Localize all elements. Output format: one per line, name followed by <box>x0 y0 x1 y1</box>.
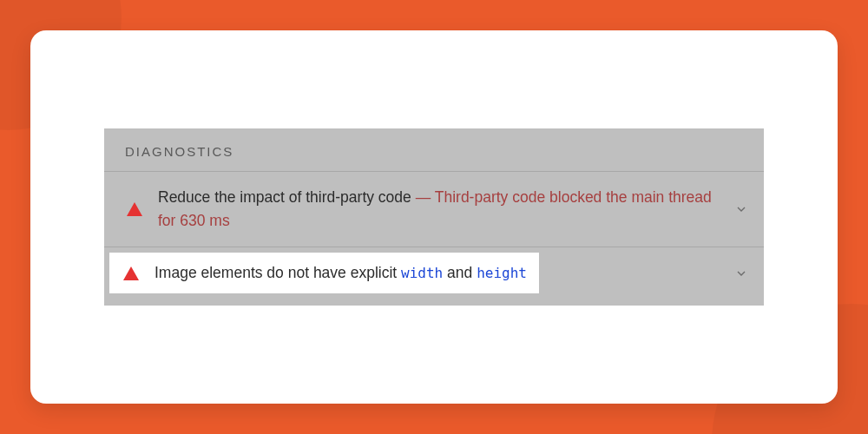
diagnostic-row-third-party-code[interactable]: Reduce the impact of third-party code — … <box>104 171 764 247</box>
code-keyword-width: width <box>401 265 443 281</box>
diagnostic-row-text: Image elements do not have explicit widt… <box>155 261 527 285</box>
diagnostics-panel: DIAGNOSTICS Reduce the impact of third-p… <box>104 128 764 306</box>
code-keyword-height: height <box>477 265 527 281</box>
diagnostic-title-pre: Image elements do not have explicit <box>155 264 401 281</box>
warning-triangle-icon <box>123 266 139 280</box>
chevron-down-icon <box>734 266 748 280</box>
diagnostic-row-image-dimensions[interactable]: Image elements do not have explicit widt… <box>104 247 764 306</box>
warning-triangle-icon <box>127 202 142 216</box>
diagnostic-row-highlight: Image elements do not have explicit widt… <box>109 253 539 293</box>
card-container: DIAGNOSTICS Reduce the impact of third-p… <box>30 30 838 404</box>
diagnostics-panel-header: DIAGNOSTICS <box>104 128 764 171</box>
chevron-down-icon <box>734 202 748 216</box>
diagnostic-row-text: Reduce the impact of third-party code — … <box>158 186 720 233</box>
diagnostic-separator: — <box>416 188 435 206</box>
diagnostic-title-mid: and <box>443 264 477 281</box>
diagnostic-title: Reduce the impact of third-party code <box>158 188 411 206</box>
